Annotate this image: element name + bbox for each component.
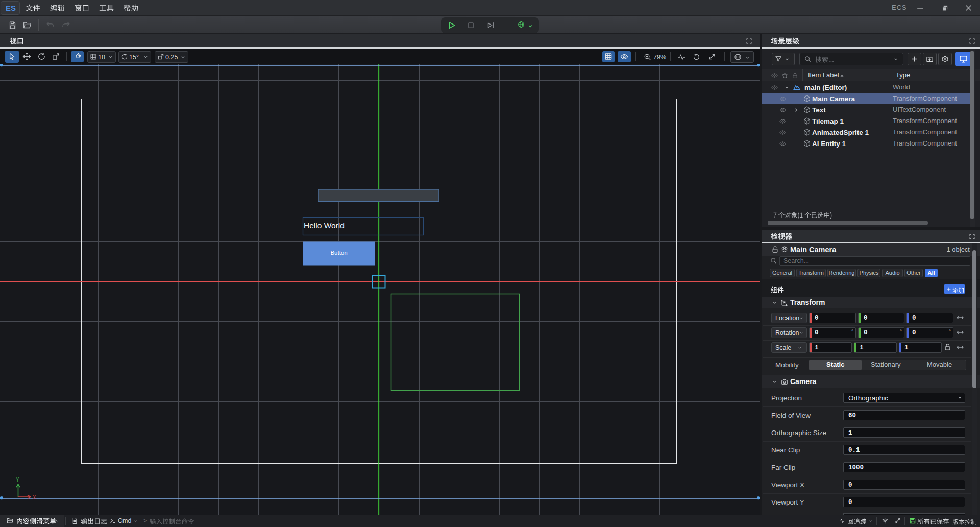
svg-text:Y: Y — [16, 477, 19, 483]
svg-text:Hello World: Hello World — [304, 221, 345, 230]
svg-text:X: X — [33, 495, 36, 500]
svg-text:Button: Button — [330, 250, 347, 256]
